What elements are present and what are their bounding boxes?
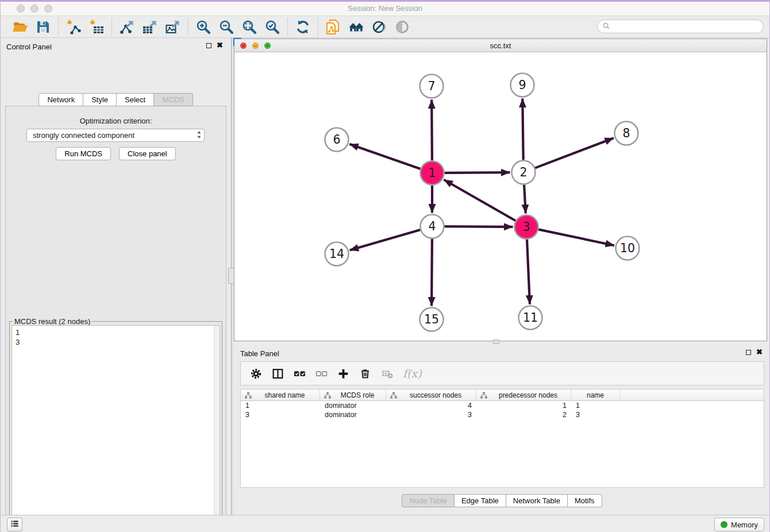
memory-status-dot bbox=[721, 521, 727, 528]
tab-motifs[interactable]: Motifs bbox=[568, 494, 602, 507]
result-scrollbar[interactable] bbox=[214, 326, 220, 532]
table-panel-title: Table Panel bbox=[240, 349, 279, 358]
graph-node-7[interactable]: 7 bbox=[420, 75, 444, 98]
graph-edge-1-6[interactable] bbox=[349, 144, 421, 169]
zoom-fit-icon[interactable] bbox=[241, 19, 257, 35]
window-title: Session: New Session bbox=[1, 4, 769, 13]
export-table-icon[interactable] bbox=[142, 19, 158, 35]
graph-node-6[interactable]: 6 bbox=[325, 128, 349, 152]
graph-node-2[interactable]: 2 bbox=[512, 161, 536, 184]
graph-node-3[interactable]: 3 bbox=[515, 215, 538, 239]
tab-node-table[interactable]: Node Table bbox=[402, 494, 455, 507]
table-row[interactable]: 3dominator323 bbox=[241, 410, 764, 419]
graph-edge-4-3[interactable] bbox=[445, 226, 513, 227]
column-header-successor-nodes[interactable]: successor nodes bbox=[386, 390, 476, 400]
search-box[interactable] bbox=[597, 20, 764, 33]
column-header-mcds-role[interactable]: MCDS role bbox=[320, 390, 386, 400]
tab-style[interactable]: Style bbox=[83, 93, 117, 106]
graph-node-8[interactable]: 8 bbox=[615, 122, 638, 145]
column-header-shared-name[interactable]: shared name bbox=[241, 390, 320, 400]
float-panel-icon[interactable] bbox=[206, 43, 211, 48]
graph-edge-2-8[interactable] bbox=[535, 138, 614, 168]
graph-node-10[interactable]: 10 bbox=[616, 237, 640, 260]
svg-text:9: 9 bbox=[518, 78, 526, 92]
zoom-out-icon[interactable] bbox=[218, 19, 234, 35]
export-network-icon[interactable] bbox=[119, 19, 135, 35]
mcds-panel: Optimization criterion: strongly connect… bbox=[5, 106, 226, 532]
export-image-icon[interactable] bbox=[165, 19, 181, 35]
hide-icon[interactable] bbox=[371, 19, 387, 35]
delete-icon[interactable] bbox=[359, 368, 371, 380]
svg-text:14: 14 bbox=[329, 247, 344, 261]
tab-select[interactable]: Select bbox=[117, 93, 154, 106]
save-session-icon[interactable] bbox=[35, 19, 51, 35]
status-bar: Memory bbox=[1, 515, 769, 532]
search-input[interactable] bbox=[610, 22, 763, 31]
tab-network[interactable]: Network bbox=[38, 93, 83, 106]
float-table-panel-icon[interactable] bbox=[746, 350, 751, 355]
toolbar-icon-groups bbox=[6, 18, 416, 36]
svg-text:8: 8 bbox=[622, 126, 630, 140]
close-panel-icon[interactable]: ✖ bbox=[217, 43, 223, 48]
graph-edge-2-9[interactable] bbox=[522, 99, 523, 160]
graph-node-1[interactable]: 1 bbox=[421, 161, 444, 185]
clone-network-icon[interactable] bbox=[325, 19, 341, 35]
deselect-all-icon[interactable] bbox=[315, 368, 328, 380]
table-row[interactable]: 1dominator411 bbox=[241, 401, 764, 410]
list-icon bbox=[10, 519, 20, 530]
tab-network-table[interactable]: Network Table bbox=[506, 494, 568, 507]
gear-icon[interactable] bbox=[250, 368, 262, 380]
tab-mcds[interactable]: MCDS bbox=[154, 93, 192, 106]
graph-edge-2-3[interactable] bbox=[524, 185, 526, 214]
graph-edge-3-10[interactable] bbox=[538, 229, 614, 245]
horizontal-splitter-grip[interactable] bbox=[493, 340, 499, 344]
home-icon[interactable] bbox=[348, 19, 364, 35]
import-network-icon[interactable] bbox=[66, 19, 82, 35]
task-history-button[interactable] bbox=[7, 518, 22, 531]
graph-edge-1-7[interactable] bbox=[432, 100, 432, 161]
criterion-dropdown[interactable]: strongly connected component bbox=[26, 129, 205, 142]
node-table: shared nameMCDS rolesuccessor nodesprede… bbox=[240, 389, 764, 488]
mcds-result-text-area[interactable]: 1 3 bbox=[11, 325, 220, 532]
graph-edge-3-1[interactable] bbox=[444, 180, 515, 221]
graph-edge-3-11[interactable] bbox=[527, 240, 530, 304]
eye-icon[interactable] bbox=[394, 19, 410, 35]
graph-node-11[interactable]: 11 bbox=[519, 306, 542, 330]
zoom-in-icon[interactable] bbox=[195, 19, 211, 35]
import-table-icon[interactable] bbox=[88, 19, 105, 35]
optimization-criterion-label: Optimization criterion: bbox=[6, 117, 226, 125]
table-cell: dominator bbox=[320, 411, 386, 419]
memory-button[interactable]: Memory bbox=[714, 518, 764, 531]
table-cell: 1 bbox=[476, 402, 571, 410]
main-toolbar bbox=[1, 17, 769, 38]
svg-text:11: 11 bbox=[523, 311, 538, 325]
toolbar-separator bbox=[58, 18, 59, 36]
open-file-icon[interactable] bbox=[12, 19, 28, 35]
toolbar-separator bbox=[188, 18, 188, 36]
fx-icon: f(x) bbox=[403, 367, 422, 380]
graph-edge-1-2[interactable] bbox=[445, 172, 510, 173]
network-window-titlebar: × − + scc.txt bbox=[234, 39, 767, 52]
graph-edge-4-15[interactable] bbox=[432, 239, 432, 306]
column-header-name[interactable]: name bbox=[571, 390, 620, 400]
select-all-icon[interactable] bbox=[294, 368, 306, 380]
graph-edge-4-14[interactable] bbox=[350, 230, 421, 250]
refresh-icon[interactable] bbox=[295, 19, 311, 35]
columns-icon[interactable] bbox=[272, 368, 284, 380]
svg-text:2: 2 bbox=[519, 165, 527, 179]
svg-text:1: 1 bbox=[428, 166, 436, 180]
control-panel-header: Control Panel ✖ bbox=[1, 38, 231, 54]
add-icon[interactable] bbox=[337, 368, 349, 380]
graph-node-14[interactable]: 14 bbox=[325, 242, 349, 266]
tab-edge-table[interactable]: Edge Table bbox=[455, 494, 506, 507]
control-panel: Control Panel ✖ NetworkStyleSelectMCDS O… bbox=[1, 38, 231, 515]
close-table-panel-icon[interactable]: ✖ bbox=[756, 349, 763, 355]
close-panel-button[interactable]: Close panel bbox=[119, 147, 176, 160]
zoom-selected-icon[interactable] bbox=[264, 19, 280, 35]
column-header-predecessor-nodes[interactable]: predecessor nodes bbox=[476, 390, 571, 400]
run-mcds-button[interactable]: Run MCDS bbox=[56, 147, 111, 160]
network-graph-canvas[interactable]: 7968124314101511 bbox=[234, 53, 767, 341]
graph-node-9[interactable]: 9 bbox=[511, 74, 534, 97]
graph-node-4[interactable]: 4 bbox=[421, 215, 444, 238]
graph-node-15[interactable]: 15 bbox=[420, 308, 444, 331]
